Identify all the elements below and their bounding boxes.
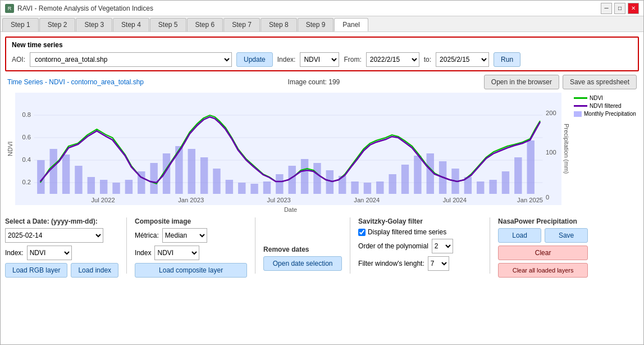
divider-2 <box>255 217 255 274</box>
open-date-selection-button[interactable]: Open date selection <box>263 256 342 271</box>
filter-window-select[interactable]: 7 <box>428 256 449 271</box>
composite-index-label: Index <box>135 249 151 257</box>
new-time-series-box: New time series AOI: contorno_area_total… <box>5 37 639 71</box>
new-time-series-title: New time series <box>12 41 632 49</box>
svg-rect-54 <box>489 180 496 194</box>
load-composite-button[interactable]: Load composite layer <box>135 263 247 278</box>
svg-rect-32 <box>213 169 220 194</box>
date-section: Select a Date: (yyyy-mm-dd): 2025-02-14 … <box>5 217 118 278</box>
tab-step3[interactable]: Step 3 <box>76 18 112 31</box>
legend-ndvi-filtered-label: NDVI filtered <box>590 103 622 109</box>
tab-step7[interactable]: Step 7 <box>223 18 260 31</box>
tab-step6[interactable]: Step 6 <box>187 18 223 31</box>
tab-step5[interactable]: Step 5 <box>150 18 186 31</box>
svg-rect-53 <box>477 181 484 194</box>
image-count: Image count: 199 <box>288 78 340 86</box>
svg-rect-49 <box>427 153 434 194</box>
chart-legend: NDVI NDVI filtered Monthly Precipitation <box>572 93 639 205</box>
svg-rect-33 <box>226 180 233 194</box>
divider-1 <box>126 217 127 274</box>
title-bar: R RAVI - Remote Analysis of Vegetation I… <box>1 1 643 16</box>
metrica-row: Métrica: Median <box>135 228 247 243</box>
svg-rect-22 <box>88 177 95 194</box>
minimize-button[interactable]: ─ <box>601 3 612 14</box>
divider-3 <box>350 217 350 274</box>
index-select[interactable]: NDVI <box>300 52 339 67</box>
nasa-load-button[interactable]: Load <box>498 228 541 243</box>
index-label: Index: <box>5 249 24 257</box>
tab-step8[interactable]: Step 8 <box>261 18 297 31</box>
svg-rect-24 <box>112 183 120 194</box>
chart-buttons: Open in the browser Save as spredsheet <box>484 75 637 89</box>
close-button[interactable]: ✕ <box>628 3 639 14</box>
svg-text:200: 200 <box>546 110 556 116</box>
composite-index-select[interactable]: NDVI <box>154 246 199 260</box>
tab-step4[interactable]: Step 4 <box>113 18 149 31</box>
load-index-button[interactable]: Load index <box>71 263 118 278</box>
remove-dates-section: Remove dates Open date selection <box>263 217 342 271</box>
svg-rect-30 <box>188 149 195 194</box>
svg-rect-39 <box>301 159 308 194</box>
clear-all-button[interactable]: Clear all loaded layers <box>498 263 588 278</box>
svg-rect-36 <box>263 181 271 194</box>
chart-svg: 0.2 0.4 0.6 0.8 0 100 200 Jul 2022 Jan 2… <box>15 93 561 205</box>
svg-rect-55 <box>502 171 509 194</box>
index-label: Index: <box>277 56 296 63</box>
clear-button[interactable]: Clear <box>498 246 588 260</box>
aoi-label: AOI: <box>12 56 25 63</box>
title-bar-controls: ─ □ ✕ <box>601 3 639 14</box>
legend-ndvi-line <box>574 97 587 99</box>
from-date-select[interactable]: 2022/2/15 <box>366 52 419 67</box>
aoi-select[interactable]: contorno_area_total.shp <box>30 52 232 67</box>
date-index-select[interactable]: NDVI <box>27 246 72 260</box>
svg-text:Jan 2023: Jan 2023 <box>178 197 204 203</box>
svg-rect-44 <box>364 183 371 194</box>
index-row: Index: NDVI <box>5 246 118 260</box>
run-button[interactable]: Run <box>494 52 520 67</box>
y-right-axis-label: Precipitation (mm) <box>561 93 572 205</box>
from-label: From: <box>344 56 361 63</box>
save-spreadsheet-button[interactable]: Save as spredsheet <box>563 75 637 89</box>
divider-4 <box>490 217 490 274</box>
display-filtered-label: Display filtered time series <box>368 228 446 236</box>
window-title: RAVI - Remote Analysis of Vegetation Ind… <box>17 4 153 12</box>
open-browser-button[interactable]: Open in the browser <box>484 75 559 89</box>
metrica-select[interactable]: Median <box>162 228 207 243</box>
tab-step1[interactable]: Step 1 <box>2 18 39 31</box>
load-rgb-button[interactable]: Load RGB layer <box>5 263 67 278</box>
svg-text:Jan 2024: Jan 2024 <box>354 197 380 203</box>
legend-precipitation-bar <box>574 111 582 117</box>
legend-ndvi-label: NDVI <box>590 95 603 101</box>
y-axis-label: NDVI <box>5 93 15 205</box>
to-label: to: <box>424 56 431 63</box>
date-select[interactable]: 2025-02-14 <box>5 228 103 243</box>
svg-rect-56 <box>514 157 522 194</box>
svg-text:Jan 2025: Jan 2025 <box>517 197 543 203</box>
app-icon: R <box>5 4 14 13</box>
svg-rect-31 <box>200 157 208 194</box>
chart-header: Time Series - NDVI - contorno_area_total… <box>5 75 639 89</box>
remove-dates-title: Remove dates <box>263 246 342 253</box>
display-filtered-checkbox[interactable] <box>358 229 366 236</box>
tab-step9[interactable]: Step 9 <box>298 18 334 31</box>
legend-precipitation: Monthly Precipitation <box>574 111 637 117</box>
composite-section: Composite image Métrica: Median Index ND… <box>135 217 247 278</box>
legend-ndvi-filtered: NDVI filtered <box>574 103 637 109</box>
legend-ndvi-filtered-line <box>574 105 587 107</box>
tab-step2[interactable]: Step 2 <box>39 18 76 31</box>
svg-rect-23 <box>100 180 107 194</box>
display-filtered-row: Display filtered time series <box>358 228 482 236</box>
to-date-select[interactable]: 2025/2/15 <box>436 52 489 67</box>
polynomial-select[interactable]: 2 <box>432 239 453 253</box>
nasa-save-button[interactable]: Save <box>545 228 588 243</box>
update-button[interactable]: Update <box>236 52 273 67</box>
savitzky-title: Savitzky-Golay filter <box>358 217 482 225</box>
nasa-load-save-row: Load Save <box>498 228 588 243</box>
tab-panel[interactable]: Panel <box>334 18 368 31</box>
svg-text:Jul 2022: Jul 2022 <box>91 197 115 203</box>
maximize-button[interactable]: □ <box>614 3 625 14</box>
svg-rect-57 <box>527 140 534 194</box>
svg-text:0.4: 0.4 <box>22 157 31 163</box>
chart-title: Time Series - NDVI - contorno_area_total… <box>7 78 144 86</box>
svg-text:Jul 2024: Jul 2024 <box>443 197 467 203</box>
